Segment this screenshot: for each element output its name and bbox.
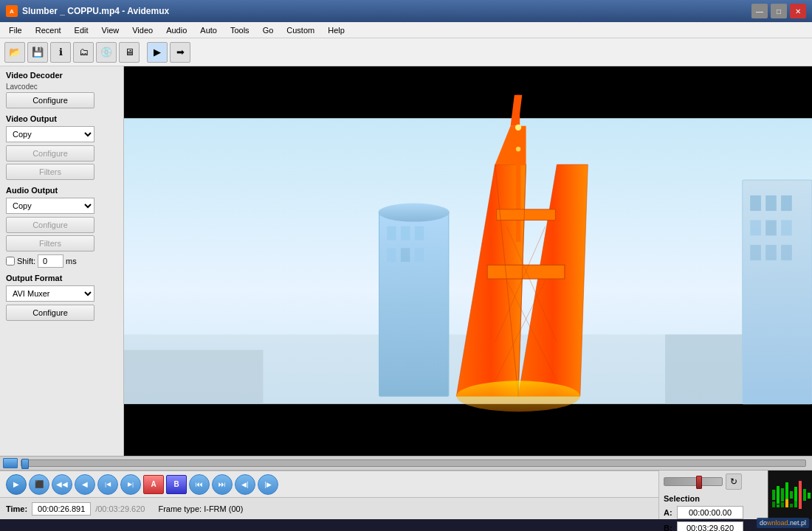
props-button[interactable]: 🖥 — [119, 42, 140, 63]
video-decoder-codec: Lavcodec — [6, 83, 117, 91]
svg-rect-23 — [750, 245, 761, 260]
minimize-button[interactable]: — — [751, 4, 768, 18]
marker-b-button[interactable]: B — [166, 475, 187, 494]
svg-rect-49 — [794, 487, 797, 503]
menu-audio[interactable]: Audio — [160, 24, 193, 36]
menu-go[interactable]: Go — [257, 24, 280, 36]
video-decoder-configure-button[interactable]: Configure — [6, 92, 94, 108]
point-b-value[interactable] — [677, 521, 743, 531]
menu-edit[interactable]: Edit — [69, 24, 94, 36]
svg-rect-18 — [765, 195, 777, 211]
output-format-select[interactable]: AVI Muxer MP4 Muxer MKV Muxer — [6, 285, 94, 302]
toolbar: 📂 💾 ℹ 🗂 💿 🖥 ▶ ➡ — [0, 38, 812, 66]
svg-rect-25 — [781, 245, 792, 260]
svg-rect-19 — [781, 195, 792, 211]
marker-a-button[interactable]: A — [143, 475, 164, 494]
svg-rect-45 — [777, 486, 780, 504]
svg-rect-0 — [124, 72, 812, 118]
timeline-position[interactable] — [21, 459, 29, 469]
svg-rect-57 — [790, 504, 793, 507]
timeline-bar — [0, 456, 812, 471]
waveform-display — [771, 475, 811, 515]
shift-unit: ms — [66, 257, 77, 266]
svg-rect-46 — [781, 488, 784, 502]
svg-rect-44 — [772, 490, 775, 500]
info-button[interactable]: ℹ — [50, 42, 71, 63]
menu-file[interactable]: File — [3, 24, 28, 36]
menu-video[interactable]: Video — [126, 24, 159, 36]
next-frame-button[interactable]: ▶| — [120, 474, 141, 495]
next-mark-button[interactable]: |▶ — [258, 474, 278, 495]
prev-frame-button[interactable]: |◀ — [97, 474, 118, 495]
refresh-button[interactable]: ↻ — [726, 473, 742, 490]
svg-rect-31 — [517, 95, 520, 126]
selection-title: Selection — [664, 494, 763, 503]
menu-help[interactable]: Help — [322, 24, 351, 36]
svg-rect-30 — [516, 126, 520, 242]
svg-rect-21 — [765, 220, 777, 235]
svg-point-14 — [379, 203, 450, 221]
prev-keyframe-button[interactable]: ⏮ — [189, 474, 210, 495]
svg-rect-11 — [387, 248, 396, 262]
exit-button[interactable]: ➡ — [170, 42, 190, 63]
svg-rect-50 — [799, 481, 802, 509]
audio-output-title: Audio Output — [6, 186, 117, 195]
video-preview — [124, 66, 812, 456]
video-decoder-title: Video Decoder — [6, 71, 117, 80]
window-title: Slumber _ COPPU.mp4 - Avidemux — [22, 6, 169, 16]
menu-tools[interactable]: Tools — [224, 24, 255, 36]
menu-custom[interactable]: Custom — [281, 24, 320, 36]
point-a-value[interactable] — [677, 506, 743, 519]
menu-recent[interactable]: Recent — [30, 24, 67, 36]
audio-output-filters-button[interactable]: Filters — [6, 235, 94, 251]
video-output-select[interactable]: Copy HuffYUV MPEG-4 AVC MPEG-4 ASP — [6, 126, 94, 142]
stop-button[interactable]: ⬛ — [29, 474, 49, 495]
time-separator: /00:03:29.620 — [95, 504, 145, 513]
maximize-button[interactable]: □ — [771, 4, 787, 18]
next-segment-button[interactable]: 💿 — [96, 42, 117, 63]
video-output-configure-button[interactable]: Configure — [6, 145, 94, 162]
svg-rect-9 — [401, 226, 410, 240]
encode-button[interactable]: ▶ — [147, 42, 168, 63]
svg-rect-8 — [387, 226, 396, 240]
svg-rect-51 — [803, 489, 806, 501]
menu-auto[interactable]: Auto — [194, 24, 223, 36]
volume-slider[interactable] — [664, 477, 723, 486]
svg-rect-13 — [415, 248, 424, 262]
point-a-label: A: — [664, 508, 674, 517]
output-format-configure-button[interactable]: Configure — [6, 305, 94, 321]
menu-view[interactable]: View — [96, 24, 125, 36]
title-bar: A Slumber _ COPPU.mp4 - Avidemux — □ ✕ — [0, 0, 812, 22]
point-b-label: B: — [664, 524, 674, 531]
timeline-track[interactable] — [21, 459, 806, 467]
svg-point-42 — [516, 147, 520, 151]
menu-bar: File Recent Edit View Video Audio Auto T… — [0, 22, 812, 38]
svg-rect-24 — [765, 245, 777, 260]
audio-output-select[interactable]: Copy MP3 AAC AC3 — [6, 198, 94, 214]
rewind-button[interactable]: ◀◀ — [52, 474, 72, 495]
step-back-button[interactable]: ◀ — [75, 474, 95, 495]
save-button[interactable]: 💾 — [27, 42, 48, 63]
frame-type: Frame type: I-FRM (00) — [158, 504, 243, 513]
svg-rect-20 — [750, 220, 761, 235]
svg-point-41 — [515, 125, 521, 131]
next-keyframe-button[interactable]: ⏭ — [212, 474, 233, 495]
video-output-filters-button[interactable]: Filters — [6, 164, 94, 180]
volume-thumb[interactable] — [696, 476, 702, 489]
shift-input[interactable] — [38, 254, 63, 268]
video-output-title: Video Output — [6, 114, 117, 123]
prev-mark-button[interactable]: ◀| — [235, 474, 255, 495]
svg-rect-48 — [790, 491, 793, 499]
play-button[interactable]: ▶ — [6, 474, 27, 495]
status-bar: Time: 00:00:26.891 /00:03:29.620 Frame t… — [0, 497, 658, 519]
shift-checkbox[interactable] — [6, 257, 15, 266]
svg-rect-32 — [487, 265, 565, 279]
timeline-thumb[interactable] — [3, 458, 18, 468]
open-button[interactable]: 📂 — [4, 42, 25, 63]
close-button[interactable]: ✕ — [790, 4, 806, 18]
bottom-area: ▶ ⬛ ◀◀ ◀ |◀ ▶| A B ⏮ ⏭ ◀| |▶ Time: 00:00… — [0, 471, 812, 519]
prev-segment-button[interactable]: 🗂 — [73, 42, 94, 63]
playback-controls: ▶ ⬛ ◀◀ ◀ |◀ ▶| A B ⏮ ⏭ ◀| |▶ — [0, 471, 658, 497]
svg-rect-1 — [124, 404, 812, 451]
audio-output-configure-button[interactable]: Configure — [6, 217, 94, 233]
